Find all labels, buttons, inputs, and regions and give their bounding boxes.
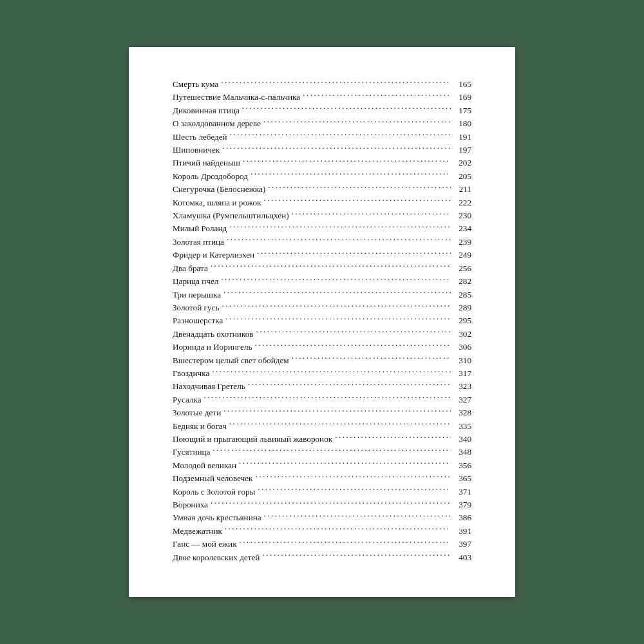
toc-title: Два брата xyxy=(173,262,208,275)
toc-title: Фридер и Катерлизхен xyxy=(173,249,254,261)
toc-row: О заколдованном дереве180 xyxy=(173,117,471,130)
toc-row: Смерть кума165 xyxy=(173,78,471,91)
toc-page-number: 191 xyxy=(453,131,471,144)
toc-title: Смерть кума xyxy=(173,78,218,91)
toc-title: Иоринда и Иорингель xyxy=(173,341,252,354)
toc-page-number: 310 xyxy=(453,354,471,367)
toc-page-number: 285 xyxy=(453,289,471,301)
toc-row: Умная дочь крестьянина386 xyxy=(173,511,471,524)
toc-row: Гвоздичка317 xyxy=(173,367,471,380)
toc-page-number: 397 xyxy=(453,538,471,551)
toc-title: Бедняк и богач xyxy=(173,420,227,433)
toc-row: Золотая птица239 xyxy=(173,236,471,249)
toc-title: Двенадцать охотников xyxy=(173,328,253,341)
toc-page-number: 230 xyxy=(453,209,471,222)
toc-row: Бедняк и богач335 xyxy=(173,420,471,433)
toc-title: Шесть лебедей xyxy=(173,131,227,144)
book-page: Смерть кума165Путешествие Мальчика-с-пал… xyxy=(129,47,515,597)
toc-row: Путешествие Мальчика-с-пальчика169 xyxy=(173,91,471,104)
toc-title: Разношерстка xyxy=(173,314,223,327)
toc-row: Птичий найденыш202 xyxy=(173,156,471,169)
toc-page-number: 386 xyxy=(453,511,471,524)
toc-page-number: 197 xyxy=(453,144,471,156)
toc-leader-dots xyxy=(256,473,451,481)
toc-page-number: 317 xyxy=(453,367,471,380)
toc-row: Диковинная птица175 xyxy=(173,104,471,117)
toc-row: Ворониха379 xyxy=(173,498,471,511)
toc-page-number: 348 xyxy=(453,446,471,459)
toc-page-number: 234 xyxy=(453,222,471,235)
toc-leader-dots xyxy=(240,538,451,547)
toc-page-number: 306 xyxy=(453,341,471,354)
toc-page-number: 371 xyxy=(453,486,471,498)
toc-title: Шиповничек xyxy=(173,144,220,156)
toc-row: Царица пчел282 xyxy=(173,275,471,288)
toc-leader-dots xyxy=(225,526,451,534)
toc-page-number: 328 xyxy=(453,406,471,419)
toc-leader-dots xyxy=(257,249,451,258)
toc-page-number: 289 xyxy=(453,301,471,314)
toc-leader-dots xyxy=(264,196,451,205)
toc-page-number: 169 xyxy=(453,91,471,104)
toc-row: Золотые дети328 xyxy=(173,406,471,419)
toc-title: Поющий и прыгающий львиный жаворонок xyxy=(173,433,332,446)
toc-page-number: 222 xyxy=(453,196,471,209)
toc-title: Двое королевских детей xyxy=(173,551,260,564)
toc-row: Разношерстка295 xyxy=(173,314,471,327)
toc-leader-dots xyxy=(239,460,451,468)
toc-leader-dots xyxy=(211,263,451,271)
table-of-contents: Смерть кума165Путешествие Мальчика-с-пал… xyxy=(173,78,471,564)
toc-page-number: 205 xyxy=(453,170,471,183)
toc-page-number: 340 xyxy=(453,433,471,446)
toc-row: Двое королевских детей403 xyxy=(173,551,471,564)
toc-row: Иоринда и Иорингель306 xyxy=(173,341,471,354)
toc-row: Вшестером целый свет обойдем310 xyxy=(173,354,471,367)
toc-leader-dots xyxy=(255,341,451,350)
toc-page-number: 403 xyxy=(453,551,471,564)
toc-row: Три перышка285 xyxy=(173,289,471,301)
toc-page-number: 365 xyxy=(453,472,471,485)
toc-title: Медвежатник xyxy=(173,525,222,538)
toc-row: Снегурочка (Белоснежка)211 xyxy=(173,183,471,196)
toc-leader-dots xyxy=(213,446,451,455)
toc-leader-dots xyxy=(227,236,451,245)
toc-leader-dots xyxy=(258,486,451,494)
toc-leader-dots xyxy=(256,328,451,337)
toc-leader-dots xyxy=(292,354,451,363)
toc-leader-dots xyxy=(229,223,451,231)
toc-row: Шиповничек197 xyxy=(173,144,471,156)
toc-row: Котомка, шляпа и рожок222 xyxy=(173,196,471,209)
toc-title: Умная дочь крестьянина xyxy=(173,511,261,524)
toc-leader-dots xyxy=(229,420,451,428)
toc-row: Гусятница348 xyxy=(173,446,471,459)
toc-page-number: 302 xyxy=(453,328,471,341)
toc-title: Котомка, шляпа и рожок xyxy=(173,196,261,209)
toc-row: Два брата256 xyxy=(173,262,471,275)
toc-leader-dots xyxy=(222,302,451,310)
toc-leader-dots xyxy=(303,91,451,100)
toc-page-number: 180 xyxy=(453,117,471,130)
toc-page-number: 356 xyxy=(453,459,471,472)
toc-title: Гусятница xyxy=(173,446,210,459)
toc-row: Находчивая Гретель323 xyxy=(173,380,471,393)
toc-title: Три перышка xyxy=(173,289,221,301)
toc-title: Диковинная птица xyxy=(173,104,240,117)
toc-row: Подземный человечек365 xyxy=(173,472,471,485)
toc-leader-dots xyxy=(248,381,451,389)
toc-title: Хламушка (Румпельштильцхен) xyxy=(173,209,289,222)
toc-page-number: 335 xyxy=(453,420,471,433)
toc-title: О заколдованном дереве xyxy=(173,117,261,130)
toc-title: Золотой гусь xyxy=(173,301,219,314)
toc-row: Молодой великан356 xyxy=(173,459,471,472)
toc-leader-dots xyxy=(292,210,451,218)
toc-row: Медвежатник391 xyxy=(173,525,471,538)
toc-page-number: 327 xyxy=(453,393,471,406)
toc-title: Милый Роланд xyxy=(173,222,227,235)
toc-title: Ворониха xyxy=(173,498,208,511)
toc-title: Находчивая Гретель xyxy=(173,380,245,393)
toc-row: Хламушка (Румпельштильцхен)230 xyxy=(173,209,471,222)
toc-row: Русалка327 xyxy=(173,393,471,406)
toc-leader-dots xyxy=(268,184,451,192)
toc-leader-dots xyxy=(335,433,451,442)
toc-title: Царица пчел xyxy=(173,275,218,288)
